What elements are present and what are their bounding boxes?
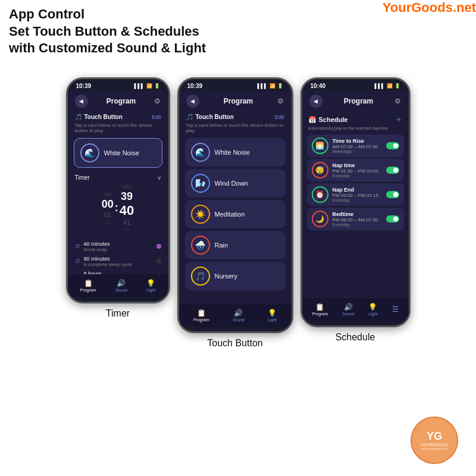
schedule-toggle-2[interactable] [386,191,399,198]
heading-line2: Set Touch Button & Schedules [9,23,467,40]
phone3-schedule-0[interactable]: 🌅 Time to Rise AM 07:00 – AM 07:30 Weekd… [307,134,404,157]
phone1-time: 10:39 [76,83,92,89]
heading-line1: App Control [9,6,467,23]
phone2-back-btn[interactable]: ◀ [186,95,199,108]
phone1-statusbar: 10:39 ▌▌▌ 📶 🔋 [68,79,168,91]
phone2-card-2[interactable]: ☀️ Meditation [185,200,286,228]
phone1: 10:39 ▌▌▌ 📶 🔋 ◀ Program ⚙ 🎵 Touch Bu [66,77,170,303]
schedule-name-1: Nap time [333,162,382,168]
phone2-icon-0: 🌊 [191,143,210,162]
timer-option-1[interactable]: ⏱ 40 minutes Good snap [75,239,161,254]
yg-logo: YG YOURGOODS www.yourgoods.net [411,416,458,464]
phone3-back-btn[interactable]: ◀ [309,95,322,108]
phone1-section-header: 🎵 Touch Button Edit [68,111,168,123]
phone3-schedule-2[interactable]: ⏰ Nap End PM 03:00 – PM 03:15 Everyday [307,183,404,206]
phone1-nav-sound[interactable]: 🔊 Sound [115,279,127,292]
p2-signal-icon: ▌▌▌ [257,83,267,89]
schedule-time-3: PM 08:00 – AM 07:00 [333,217,382,223]
phones-area: 10:39 ▌▌▌ 📶 🔋 ◀ Program ⚙ 🎵 Touch Bu [6,77,470,349]
add-schedule-btn[interactable]: ＋ [394,114,403,125]
phone1-back-btn[interactable]: ◀ [75,95,88,108]
phone2-nav-program[interactable]: 📋 Program [193,309,209,322]
phone2-label-0: White Noise [215,149,250,156]
phone1-chevron-icon: ∨ [157,174,161,181]
phone2-card-4[interactable]: 🎵 Nursery [185,262,286,290]
clock-icon-2: ⏱ [75,258,80,264]
phone3-bottom-nav: 📋 Program 🔊 Sound 💡 Light ☰ [302,298,409,321]
phone2-screen: ◀ Program ⚙ 🎵 Touch Button Edit Tap a ca… [179,91,292,327]
wifi-icon: 📶 [146,83,152,89]
page-header: App Control Set Touch Button & Schedules… [9,6,467,57]
p3-program-nav-icon: 📋 [315,303,324,311]
phone3-settings-icon[interactable]: ⚙ [394,97,401,105]
phone1-timer-col-hr: HH 00 01 02 [102,192,114,225]
phone3-schedule-1[interactable]: 😴 Nap time PM 01:30 – PM 03:00 Everyday [307,159,404,181]
sound-nav-icon: 🔊 [117,279,126,287]
yg-website: www.yourgoods.net [421,447,447,450]
phone1-hr-below2: 02 [105,219,111,226]
phone1-min-selected: 40 [120,203,134,218]
phone1-bottom-nav: 📋 Program 🔊 Sound 💡 Light [68,274,168,297]
schedule-name-0: Time to Rise [333,138,382,144]
phone2-nav-sound[interactable]: 🔊 Sound [233,309,245,322]
phone1-timer-display: HH 00 01 02 : MM 39 40 41 42 [75,183,161,234]
schedule-icon-3: 🌙 [312,211,328,227]
phone2-edit-btn[interactable]: Edit [275,114,284,120]
phone2-section-title: 🎵 Touch Button [186,114,234,120]
phone1-white-noise-icon: 🌊 [80,143,99,162]
schedule-name-3: Bedtime [333,211,382,217]
phone2-nav-light[interactable]: 💡 Light [268,309,277,322]
phone1-timer-header[interactable]: Timer ∨ [75,173,161,183]
schedule-days-3: Everyday [333,223,382,227]
phone2-section-header: 🎵 Touch Button Edit [179,111,292,123]
schedule-time-2: PM 03:00 – PM 03:15 [333,193,382,198]
phone3-nav-extra[interactable]: ☰ [392,305,399,314]
phone2: 10:39 ▌▌▌ 📶 🔋 ◀ Program ⚙ 🎵 Touch Button [177,77,293,333]
phone1-hr-val: 00 [102,198,114,211]
phone2-card-0[interactable]: 🌊 White Noise [185,138,286,167]
timer-option-1-text: 40 minutes Good snap [84,241,153,252]
schedule-toggle-0[interactable] [386,142,399,149]
signal-icon: ▌▌▌ [134,83,144,89]
phone2-card-1[interactable]: 🌬️ Wind Down [185,169,286,198]
phone3-app-header: ◀ Program ⚙ [302,91,409,111]
phone2-icon-3: 🌧️ [191,236,210,255]
phone1-edit-btn[interactable]: Edit [152,114,161,120]
phone2-label-3: Rain [215,242,228,249]
phone1-timer-col-min: MM 39 40 41 42 [120,184,134,233]
phone1-min-below2: 42 [124,227,130,233]
phone2-icon-2: ☀️ [191,205,210,224]
schedule-toggle-3[interactable] [386,215,399,223]
phone3-nav-light[interactable]: 💡 Light [368,303,377,316]
phone3-schedule-header: 📅 Schedule ＋ [302,111,409,126]
phone1-min-below: 41 [123,219,130,227]
phone3-nav-program[interactable]: 📋 Program [312,303,328,316]
phone3-wrapper: 10:40 ▌▌▌ 📶 🔋 ◀ Program ⚙ 📅 Schedu [300,77,411,343]
phone2-icon-4: 🎵 [191,267,210,286]
phone1-nav-light[interactable]: 💡 Light [146,279,155,292]
phone1-hr-below: 01 [104,211,111,219]
phone1-white-noise-card[interactable]: 🌊 White Noise [74,138,162,168]
calendar-icon: 📅 [308,116,317,124]
p2-sound-nav-icon: 🔊 [234,309,243,317]
timer-option-2[interactable]: ⏱ 90 minutes A complete sleep cycle [75,254,161,269]
light-nav-icon: 💡 [146,279,155,287]
phone3-nav-sound[interactable]: 🔊 Sound [342,303,354,316]
phone2-statusbar: 10:39 ▌▌▌ 📶 🔋 [179,79,292,91]
phone2-settings-icon[interactable]: ⚙ [277,97,284,105]
p2-light-nav-icon: 💡 [268,309,277,317]
schedule-info-3: Bedtime PM 08:00 – AM 07:00 Everyday [333,211,382,227]
phone1-timer-label: Timer [75,174,90,181]
phone3-schedule-3[interactable]: 🌙 Bedtime PM 08:00 – AM 07:00 Everyday [307,208,404,230]
schedule-toggle-1[interactable] [386,167,399,174]
phone1-app-title: Program [107,97,136,105]
schedule-icon-2: ⏰ [312,186,328,203]
phone1-settings-icon[interactable]: ⚙ [154,97,161,105]
phone1-app-header: ◀ Program ⚙ [68,91,168,111]
program-nav-icon: 📋 [84,279,93,287]
schedule-days-2: Everyday [333,198,382,202]
phone2-wrapper: 10:39 ▌▌▌ 📶 🔋 ◀ Program ⚙ 🎵 Touch Button [177,77,293,349]
schedule-days-1: Everyday [333,174,382,178]
phone1-nav-program[interactable]: 📋 Program [80,279,96,292]
phone2-card-3[interactable]: 🌧️ Rain [185,231,286,259]
